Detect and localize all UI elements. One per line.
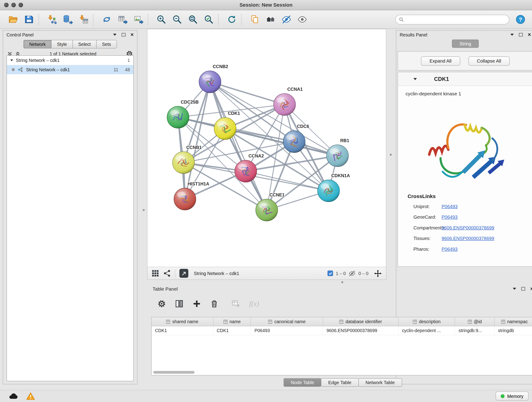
network-node-CCNB1[interactable]: CCNB1 xyxy=(172,145,202,174)
network-node-CCNB2[interactable]: CCNB2 xyxy=(199,64,228,93)
network-node-CDC25B[interactable]: CDC25B xyxy=(167,99,199,128)
column-header-namespac[interactable]: namespac xyxy=(495,317,532,326)
close-panel-icon[interactable]: × xyxy=(130,33,133,36)
zoom-selected-button[interactable] xyxy=(203,13,215,26)
table-cell--id[interactable]: stringdb:9... xyxy=(455,326,495,335)
help-button[interactable]: ? xyxy=(515,14,526,25)
float-panel-icon[interactable] xyxy=(521,287,525,291)
network-tree-item[interactable]: String Network – cdk1 11 48 xyxy=(7,65,133,75)
crosslink-link-tissues-[interactable]: 9606.ENSP00000378699 xyxy=(442,236,494,241)
column-type-icon xyxy=(268,319,272,324)
show-columns-icon[interactable] xyxy=(175,299,184,308)
network-edge-CCNB2-CCNA1[interactable] xyxy=(210,82,285,104)
cloud-icon[interactable] xyxy=(8,392,19,400)
tab-network[interactable]: Network xyxy=(23,40,51,49)
import-network-file-button[interactable] xyxy=(46,13,58,26)
table-header-row: shared namenamecanonical namedatabase id… xyxy=(152,317,532,326)
tab-node-table[interactable]: Node Table xyxy=(284,378,322,387)
panel-menu-icon[interactable] xyxy=(113,34,116,36)
table-cell-canonical-name[interactable]: P06493 xyxy=(251,326,323,335)
control-panel-tabs: NetworkStyleSelectSets xyxy=(3,40,137,49)
network-node-HIST1H1A[interactable]: HIST1H1A xyxy=(174,181,209,210)
table-horizontal-scrollbar[interactable] xyxy=(153,371,195,374)
network-node-RB1[interactable]: RB1 xyxy=(326,138,349,167)
node-label-CDKN1A: CDKN1A xyxy=(331,173,350,178)
vertical-splitter-handle[interactable] xyxy=(390,154,392,156)
network-item-label[interactable]: String Network – cdk1 xyxy=(26,67,70,72)
table-cell-description[interactable]: cyclin-dependent ... xyxy=(399,326,455,335)
network-node-CCNA1[interactable]: CCNA1 xyxy=(273,87,303,115)
zoom-in-button[interactable] xyxy=(155,13,167,26)
table-cell-shared-name[interactable]: CDK1 xyxy=(152,326,214,335)
birds-eye-view-icon[interactable] xyxy=(163,269,171,277)
results-panel-title: Results Panel xyxy=(400,32,427,37)
table-row[interactable]: CDK1CDK1P064939606.ENSP00000378699cyclin… xyxy=(152,326,532,335)
column-header-name[interactable]: name xyxy=(213,317,251,326)
crosslink-link-pharos-[interactable]: P06493 xyxy=(442,247,458,252)
memory-button[interactable]: Memory xyxy=(496,392,529,401)
warning-icon[interactable] xyxy=(26,392,35,400)
tree-expand-icon[interactable] xyxy=(10,60,13,61)
horizontal-splitter-handle[interactable] xyxy=(341,281,343,283)
hide-selection-button[interactable] xyxy=(280,13,293,26)
hidden-eye-icon[interactable] xyxy=(348,270,356,277)
show-all-button[interactable] xyxy=(296,13,308,26)
float-panel-icon[interactable] xyxy=(121,33,125,36)
network-from-selection-button[interactable] xyxy=(100,13,113,26)
pan-crosshair-icon[interactable] xyxy=(374,269,382,277)
import-network-database-button[interactable] xyxy=(62,13,74,26)
network-edge-CCNA2-CDKN1A[interactable] xyxy=(246,171,329,191)
network-collection-row[interactable]: String Network – cdk1 1 xyxy=(7,56,133,65)
crosslink-link-compartments-[interactable]: 9606.ENSP00000378699 xyxy=(442,225,494,230)
tab-edge-table[interactable]: Edge Table xyxy=(321,378,359,387)
tab-sets[interactable]: Sets xyxy=(96,40,117,49)
close-panel-icon[interactable]: × xyxy=(528,33,531,36)
table-cell-name[interactable]: CDK1 xyxy=(213,326,251,335)
vertical-splitter-handle[interactable] xyxy=(143,209,145,211)
houses-icon xyxy=(266,14,276,25)
column-header-database-identifier[interactable]: database identifier xyxy=(323,317,399,326)
zoom-out-button[interactable] xyxy=(171,13,183,26)
import-table-button[interactable] xyxy=(77,13,90,26)
selected-checkbox[interactable] xyxy=(328,271,333,276)
copy-button[interactable] xyxy=(249,13,261,26)
column-header-shared-name[interactable]: shared name xyxy=(152,317,214,326)
panel-menu-icon[interactable] xyxy=(510,34,514,36)
refresh-view-button[interactable] xyxy=(225,13,238,26)
save-session-button[interactable] xyxy=(23,13,35,26)
column-header--id[interactable]: @id xyxy=(455,317,495,326)
add-column-icon[interactable] xyxy=(192,299,201,308)
tab-style[interactable]: Style xyxy=(51,40,73,49)
network-canvas[interactable]: CCNB2CCNA1CDC25BCDK1CDC6RB1CCNB1CCNA2CDK… xyxy=(147,29,386,267)
network-edge-CCNB2-CCNE1[interactable] xyxy=(210,82,267,210)
external-arrow-icon xyxy=(181,271,186,276)
tab-string[interactable]: String xyxy=(452,40,479,48)
protein-section-header[interactable]: CDK1 xyxy=(398,72,532,86)
zoom-fit-button[interactable] xyxy=(187,13,199,26)
export-table-button[interactable] xyxy=(116,13,128,26)
collapse-all-button[interactable]: Collapse All xyxy=(468,56,510,65)
grid-view-icon[interactable] xyxy=(152,269,159,277)
column-header-description[interactable]: description xyxy=(399,317,455,326)
open-session-button[interactable] xyxy=(7,13,19,26)
protein-structure-image xyxy=(419,100,511,192)
delete-column-icon[interactable] xyxy=(210,299,219,308)
crosslink-link-uniprot-[interactable]: P06493 xyxy=(442,204,458,209)
home-view-button[interactable] xyxy=(264,13,277,26)
table-options-gear-icon[interactable] xyxy=(157,299,166,308)
export-image-button[interactable] xyxy=(132,13,144,26)
float-panel-icon[interactable] xyxy=(519,33,523,36)
table-cell-database-identifier[interactable]: 9606.ENSP00000378699 xyxy=(323,326,399,335)
open-in-new-window-button[interactable] xyxy=(179,269,188,278)
section-collapse-icon[interactable] xyxy=(413,78,417,80)
panel-menu-icon[interactable] xyxy=(513,288,516,290)
expand-all-button[interactable]: Expand All xyxy=(421,56,460,65)
close-panel-icon[interactable]: × xyxy=(530,287,532,291)
tab-network-table[interactable]: Network Table xyxy=(358,378,402,387)
search-input[interactable] xyxy=(406,17,506,22)
crosslink-link-genecard-[interactable]: P06493 xyxy=(442,215,458,220)
column-header-canonical-name[interactable]: canonical name xyxy=(251,317,323,326)
tab-select[interactable]: Select xyxy=(72,40,96,49)
table-cell-namespac[interactable]: stringdb xyxy=(495,326,532,335)
network-collection-label[interactable]: String Network – cdk1 xyxy=(16,58,60,63)
